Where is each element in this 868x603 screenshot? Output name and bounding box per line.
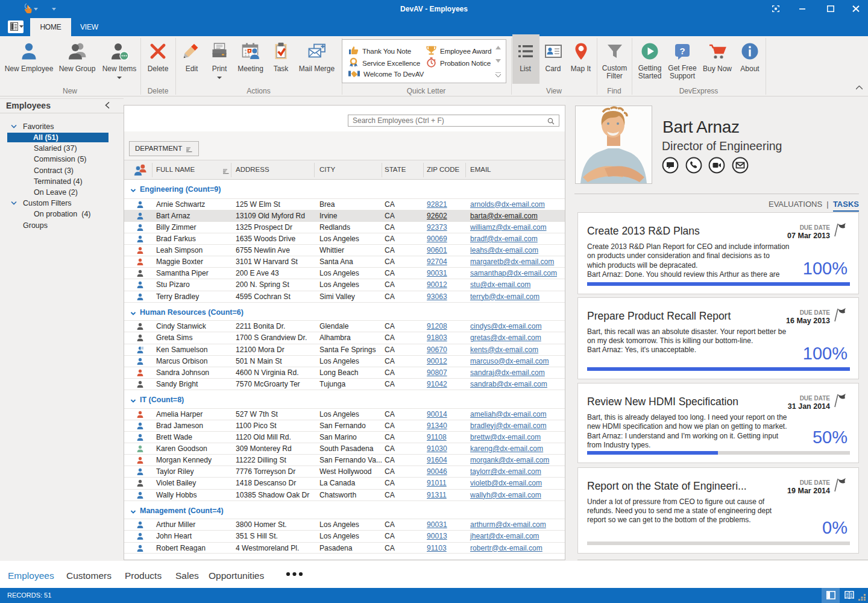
svg-text:?: ? bbox=[679, 46, 685, 56]
